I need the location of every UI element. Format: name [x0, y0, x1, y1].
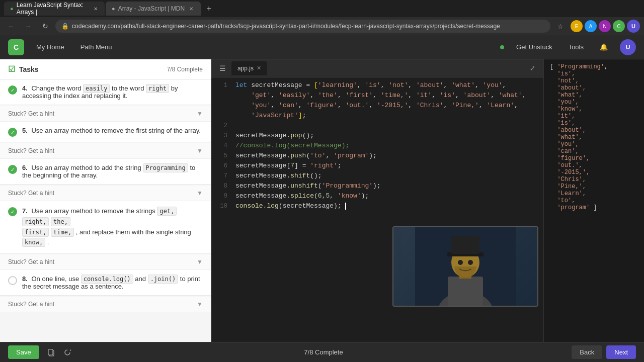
- get-unstuck-button[interactable]: Get Unstuck: [512, 41, 556, 53]
- line-num-3: 3: [211, 132, 235, 142]
- browser-extensions: E A N C U: [571, 20, 640, 33]
- hint-row-6[interactable]: Stuck? Get a hint ▼: [0, 186, 211, 201]
- task-text-8a: On one line, use: [31, 275, 80, 283]
- output-line-6: 'know',: [550, 106, 638, 113]
- browser-chrome: ● Learn JavaScript Syntax: Arrays | ✕ ● …: [0, 0, 644, 35]
- extension-icon-3[interactable]: N: [599, 20, 611, 32]
- svg-point-7: [458, 260, 463, 265]
- video-feed: [393, 227, 537, 306]
- tab-close-active[interactable]: ✕: [93, 5, 99, 12]
- editor-tab-label: app.js: [237, 65, 254, 72]
- tab-active-label: Learn JavaScript Syntax: Arrays |: [17, 2, 90, 16]
- tasks-check-icon: ☑: [8, 64, 15, 74]
- copy-icon: [47, 348, 55, 356]
- editor-expand-button[interactable]: ⤢: [525, 61, 539, 75]
- notifications-icon[interactable]: 🔔: [596, 39, 612, 55]
- editor-menu-button[interactable]: ☰: [215, 61, 229, 75]
- line-num-4: 4: [211, 142, 235, 152]
- task-num-6: 6.: [22, 164, 28, 171]
- line-content-6: secretMessage[7] = 'right';: [235, 162, 543, 172]
- task-text-6: 6. Use an array method to add the string…: [22, 164, 203, 179]
- task-text-6a: Use an array method to add the string: [31, 164, 143, 171]
- task-checkbox-6[interactable]: ✓: [8, 165, 17, 174]
- output-line-5: 'you',: [550, 99, 638, 106]
- task-code-right2: right,: [22, 217, 49, 226]
- tab-inactive[interactable]: ● Array - JavaScript | MDN ✕: [106, 2, 201, 16]
- back-button[interactable]: Back: [572, 345, 602, 359]
- my-home-link[interactable]: My Home: [32, 41, 68, 53]
- code-line-3: 3 secretMessage.pop();: [211, 132, 543, 142]
- hint-label-7: Stuck? Get a hint: [8, 258, 54, 265]
- line-content-1b: 'get', 'easily', 'the', 'first', 'time,'…: [235, 92, 543, 102]
- task-row-4: ✓ 4. Change the word easily to the word …: [8, 84, 203, 100]
- code-line-8: 8 secretMessage.unshift('Programming');: [211, 182, 543, 192]
- editor-tab-appjs[interactable]: app.js ✕: [231, 61, 267, 75]
- tab-close-inactive[interactable]: ✕: [188, 5, 195, 12]
- hint-row-7[interactable]: Stuck? Get a hint ▼: [0, 254, 211, 270]
- output-line-1: 'is',: [550, 70, 638, 77]
- output-line-12: 'can',: [550, 148, 638, 155]
- extension-icon-4[interactable]: C: [613, 20, 625, 32]
- task-num-5: 5.: [22, 127, 28, 134]
- reload-button[interactable]: ↻: [38, 19, 52, 33]
- task-num-8: 8.: [22, 275, 28, 283]
- path-menu-link[interactable]: Path Menu: [76, 41, 116, 53]
- forward-nav-button[interactable]: →: [21, 19, 35, 33]
- task-row-8: 8. On one line, use console.log() and .j…: [8, 275, 203, 290]
- output-line-16: 'Chris',: [550, 176, 638, 183]
- output-line-14: 'out.',: [550, 162, 638, 169]
- back-nav-button[interactable]: ←: [4, 19, 18, 33]
- hint-label-5: Stuck? Get a hint: [8, 147, 54, 154]
- tools-button[interactable]: Tools: [565, 41, 588, 53]
- new-tab-button[interactable]: +: [202, 2, 216, 16]
- code-line-1: 1 let secretMessage = ['learning', 'is',…: [211, 81, 543, 92]
- line-content-1d: 'JavaScript'];: [235, 112, 543, 122]
- task-row-7: ✓ 7. Use an array method to remove the s…: [8, 206, 203, 248]
- extension-icon-1[interactable]: E: [571, 20, 583, 32]
- reset-button[interactable]: [59, 344, 75, 360]
- hint-row-4[interactable]: Stuck? Get a hint ▼: [0, 106, 211, 122]
- hint-row-5[interactable]: Stuck? Get a hint ▼: [0, 143, 211, 159]
- tasks-panel: ☑ Tasks 7/8 Complete ✓ 4. Change the wor…: [0, 59, 211, 342]
- line-num-7: 7: [211, 172, 235, 182]
- task-item-7: ✓ 7. Use an array method to remove the s…: [0, 201, 211, 253]
- url-bar[interactable]: 🔒 codecademy.com/paths/full-stack-engine…: [55, 20, 550, 33]
- user-avatar[interactable]: U: [620, 39, 636, 55]
- task-checkbox-4[interactable]: ✓: [8, 85, 17, 95]
- task-num-4: 4.: [22, 84, 28, 92]
- next-button[interactable]: Next: [606, 345, 636, 359]
- code-line-1c: 'you', 'can', 'figure', 'out.', '-2015,'…: [211, 102, 543, 112]
- save-button[interactable]: Save: [8, 345, 39, 359]
- notification-dot: [500, 45, 504, 49]
- line-content-1: let secretMessage = ['learning', 'is', '…: [235, 81, 543, 92]
- tasks-header: ☑ Tasks 7/8 Complete: [0, 59, 211, 79]
- bookmark-button[interactable]: ☆: [553, 19, 568, 33]
- code-line-2: 2: [211, 122, 543, 132]
- task-code-first: first,: [22, 228, 49, 237]
- hint-row-8[interactable]: Stuck? Get a hint ▼: [0, 297, 211, 312]
- line-num-1c: [211, 102, 235, 112]
- task-text-7a: Use an array method to remove the string…: [31, 207, 157, 215]
- output-line-2: 'not',: [550, 77, 638, 84]
- code-line-7: 7 secretMessage.shift();: [211, 172, 543, 182]
- extension-icon-2[interactable]: A: [585, 20, 597, 32]
- task-row-6: ✓ 6. Use an array method to add the stri…: [8, 164, 203, 179]
- task-num-7: 7.: [22, 207, 28, 215]
- video-svg: [415, 226, 516, 307]
- tab-active[interactable]: ● Learn JavaScript Syntax: Arrays | ✕: [4, 2, 105, 16]
- editor-tab-close[interactable]: ✕: [257, 65, 261, 71]
- task-row-5: ✓ 5. Use an array method to remove the f…: [8, 127, 203, 137]
- copy-button[interactable]: [43, 344, 59, 360]
- task-checkbox-8[interactable]: [8, 276, 17, 285]
- output-line-18: 'Learn',: [550, 190, 638, 197]
- task-code-join: .join(): [148, 275, 179, 284]
- output-line-10: 'what',: [550, 134, 638, 141]
- app-logo: C: [8, 39, 24, 55]
- browser-user-avatar[interactable]: U: [627, 20, 640, 33]
- task-text-4: 4. Change the word easily to the word ri…: [22, 84, 203, 100]
- task-checkbox-5[interactable]: ✓: [8, 128, 17, 137]
- line-content-2: [235, 122, 543, 132]
- task-code-the: the,: [51, 217, 70, 226]
- tasks-title-text: Tasks: [19, 65, 39, 73]
- task-checkbox-7[interactable]: ✓: [8, 207, 17, 216]
